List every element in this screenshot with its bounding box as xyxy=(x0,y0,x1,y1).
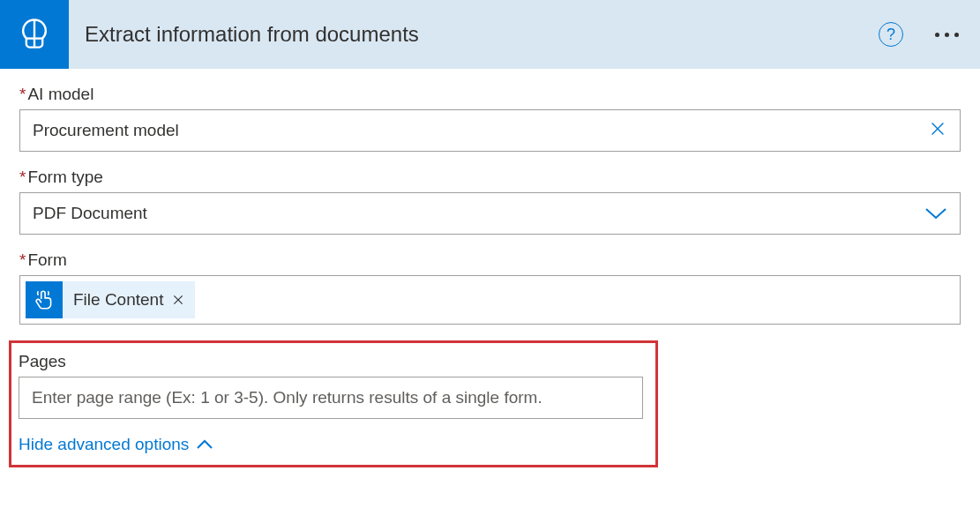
required-star: * xyxy=(19,85,26,103)
advanced-toggle-label: Hide advanced options xyxy=(19,435,189,454)
dot-icon xyxy=(954,33,959,37)
chevron-up-icon xyxy=(196,439,213,450)
token-label: File Content xyxy=(73,290,163,310)
more-options-button[interactable] xyxy=(928,26,966,44)
ai-model-field: *AI model Procurement model xyxy=(19,85,961,152)
help-button[interactable]: ? xyxy=(879,22,903,47)
clear-ai-model-button[interactable] xyxy=(928,119,947,142)
card-title: Extract information from documents xyxy=(69,22,879,47)
chevron-down-icon xyxy=(924,206,947,220)
ai-builder-icon xyxy=(15,15,54,54)
hide-advanced-options-toggle[interactable]: Hide advanced options xyxy=(19,435,213,454)
form-type-label: *Form type xyxy=(19,168,961,187)
ai-model-label-text: AI model xyxy=(27,85,94,103)
token-remove-button[interactable] xyxy=(172,290,184,310)
ai-model-label: *AI model xyxy=(19,85,961,104)
close-icon xyxy=(928,119,947,138)
form-label: *Form xyxy=(19,250,961,270)
form-label-text: Form xyxy=(27,250,66,269)
form-type-field: *Form type PDF Document xyxy=(19,168,961,235)
form-input[interactable]: File Content xyxy=(19,275,961,325)
ai-model-value: Procurement model xyxy=(33,121,179,140)
help-icon: ? xyxy=(886,26,895,44)
file-content-token[interactable]: File Content xyxy=(26,281,195,318)
form-type-select[interactable]: PDF Document xyxy=(19,192,961,235)
card-header: Extract information from documents ? xyxy=(0,0,980,69)
ai-model-input[interactable]: Procurement model xyxy=(19,109,961,152)
form-type-value: PDF Document xyxy=(33,204,147,223)
pages-label: Pages xyxy=(19,352,643,371)
close-icon xyxy=(172,294,184,306)
dot-icon xyxy=(945,33,949,37)
hand-tap-icon xyxy=(33,288,56,311)
form-field: *Form File Content xyxy=(19,250,961,325)
form-body: *AI model Procurement model *Form type P… xyxy=(0,69,980,467)
connector-icon-box xyxy=(0,0,69,69)
token-icon-box xyxy=(26,281,63,318)
dot-icon xyxy=(935,33,939,37)
highlight-box: Pages Hide advanced options xyxy=(9,340,658,467)
required-star: * xyxy=(19,168,26,186)
form-type-label-text: Form type xyxy=(27,168,103,186)
required-star: * xyxy=(19,250,26,269)
pages-input[interactable] xyxy=(19,377,643,419)
